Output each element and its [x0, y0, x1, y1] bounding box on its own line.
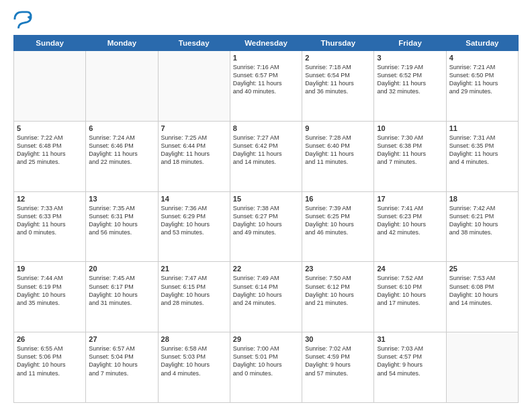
- calendar-cell: 25Sunrise: 7:53 AM Sunset: 6:08 PM Dayli…: [446, 262, 518, 332]
- day-info: Sunrise: 7:50 AM Sunset: 6:12 PM Dayligh…: [305, 274, 371, 307]
- day-info: Sunrise: 7:31 AM Sunset: 6:35 PM Dayligh…: [449, 134, 515, 167]
- day-info: Sunrise: 7:35 AM Sunset: 6:31 PM Dayligh…: [89, 204, 154, 237]
- week-row-5: 26Sunrise: 6:55 AM Sunset: 5:06 PM Dayli…: [14, 332, 519, 403]
- day-info: Sunrise: 7:30 AM Sunset: 6:38 PM Dayligh…: [377, 134, 443, 167]
- day-info: Sunrise: 7:38 AM Sunset: 6:27 PM Dayligh…: [233, 204, 299, 237]
- day-info: Sunrise: 7:52 AM Sunset: 6:10 PM Dayligh…: [377, 274, 443, 307]
- calendar-cell: 29Sunrise: 7:00 AM Sunset: 5:01 PM Dayli…: [230, 332, 302, 403]
- day-info: Sunrise: 7:33 AM Sunset: 6:33 PM Dayligh…: [17, 204, 83, 237]
- logo: [13, 11, 34, 30]
- day-info: Sunrise: 6:57 AM Sunset: 5:04 PM Dayligh…: [89, 345, 154, 377]
- day-info: Sunrise: 7:28 AM Sunset: 6:40 PM Dayligh…: [305, 134, 371, 167]
- calendar-cell: 24Sunrise: 7:52 AM Sunset: 6:10 PM Dayli…: [374, 262, 446, 332]
- day-number: 30: [305, 335, 371, 343]
- day-number: 17: [377, 195, 443, 203]
- day-info: Sunrise: 7:22 AM Sunset: 6:48 PM Dayligh…: [17, 134, 83, 167]
- calendar-cell: 13Sunrise: 7:35 AM Sunset: 6:31 PM Dayli…: [86, 191, 158, 262]
- day-info: Sunrise: 6:55 AM Sunset: 5:06 PM Dayligh…: [17, 345, 83, 377]
- day-number: 11: [449, 124, 515, 132]
- calendar-cell: [446, 332, 518, 403]
- day-info: Sunrise: 7:42 AM Sunset: 6:21 PM Dayligh…: [449, 204, 515, 237]
- week-row-4: 19Sunrise: 7:44 AM Sunset: 6:19 PM Dayli…: [14, 262, 519, 332]
- header: [13, 11, 519, 30]
- day-number: 2: [305, 54, 371, 62]
- day-number: 27: [89, 335, 154, 343]
- weekday-header-row: SundayMondayTuesdayWednesdayThursdayFrid…: [14, 36, 519, 51]
- day-info: Sunrise: 7:41 AM Sunset: 6:23 PM Dayligh…: [377, 204, 443, 237]
- weekday-header-thursday: Thursday: [302, 36, 374, 51]
- calendar-cell: 4Sunrise: 7:21 AM Sunset: 6:50 PM Daylig…: [446, 51, 518, 122]
- day-info: Sunrise: 7:27 AM Sunset: 6:42 PM Dayligh…: [233, 134, 299, 167]
- day-number: 8: [233, 124, 299, 132]
- day-info: Sunrise: 7:49 AM Sunset: 6:14 PM Dayligh…: [233, 274, 299, 307]
- calendar-cell: 22Sunrise: 7:49 AM Sunset: 6:14 PM Dayli…: [230, 262, 302, 332]
- calendar-cell: 27Sunrise: 6:57 AM Sunset: 5:04 PM Dayli…: [86, 332, 158, 403]
- day-number: 16: [305, 195, 371, 203]
- calendar-cell: 7Sunrise: 7:25 AM Sunset: 6:44 PM Daylig…: [158, 121, 230, 191]
- day-number: 19: [17, 265, 83, 273]
- calendar-cell: [86, 51, 158, 122]
- calendar-cell: 10Sunrise: 7:30 AM Sunset: 6:38 PM Dayli…: [374, 121, 446, 191]
- day-info: Sunrise: 7:03 AM Sunset: 4:57 PM Dayligh…: [377, 345, 443, 377]
- calendar-cell: 2Sunrise: 7:18 AM Sunset: 6:54 PM Daylig…: [302, 51, 374, 122]
- day-number: 3: [377, 54, 443, 62]
- day-info: Sunrise: 7:36 AM Sunset: 6:29 PM Dayligh…: [161, 204, 227, 237]
- calendar-table: SundayMondayTuesdayWednesdayThursdayFrid…: [13, 35, 519, 403]
- day-number: 10: [377, 124, 443, 132]
- calendar-cell: 5Sunrise: 7:22 AM Sunset: 6:48 PM Daylig…: [14, 121, 86, 191]
- day-info: Sunrise: 7:00 AM Sunset: 5:01 PM Dayligh…: [233, 345, 299, 377]
- calendar-cell: 28Sunrise: 6:58 AM Sunset: 5:03 PM Dayli…: [158, 332, 230, 403]
- calendar-cell: 21Sunrise: 7:47 AM Sunset: 6:15 PM Dayli…: [158, 262, 230, 332]
- day-info: Sunrise: 7:02 AM Sunset: 4:59 PM Dayligh…: [305, 345, 371, 377]
- day-number: 21: [161, 265, 227, 273]
- calendar-cell: 31Sunrise: 7:03 AM Sunset: 4:57 PM Dayli…: [374, 332, 446, 403]
- weekday-header-sunday: Sunday: [14, 36, 86, 51]
- calendar-cell: 6Sunrise: 7:24 AM Sunset: 6:46 PM Daylig…: [86, 121, 158, 191]
- calendar-cell: 20Sunrise: 7:45 AM Sunset: 6:17 PM Dayli…: [86, 262, 158, 332]
- day-info: Sunrise: 7:44 AM Sunset: 6:19 PM Dayligh…: [17, 274, 83, 307]
- page: SundayMondayTuesdayWednesdayThursdayFrid…: [0, 0, 532, 411]
- calendar-cell: 16Sunrise: 7:39 AM Sunset: 6:25 PM Dayli…: [302, 191, 374, 262]
- day-number: 4: [449, 54, 515, 62]
- calendar-cell: 17Sunrise: 7:41 AM Sunset: 6:23 PM Dayli…: [374, 191, 446, 262]
- calendar-cell: 23Sunrise: 7:50 AM Sunset: 6:12 PM Dayli…: [302, 262, 374, 332]
- day-number: 13: [89, 195, 154, 203]
- day-number: 20: [89, 265, 154, 273]
- logo-icon: [13, 11, 32, 30]
- day-number: 7: [161, 124, 227, 132]
- week-row-1: 1Sunrise: 7:16 AM Sunset: 6:57 PM Daylig…: [14, 51, 519, 122]
- weekday-header-saturday: Saturday: [446, 36, 518, 51]
- calendar-cell: 15Sunrise: 7:38 AM Sunset: 6:27 PM Dayli…: [230, 191, 302, 262]
- day-number: 25: [449, 265, 515, 273]
- day-number: 6: [89, 124, 154, 132]
- calendar-cell: 30Sunrise: 7:02 AM Sunset: 4:59 PM Dayli…: [302, 332, 374, 403]
- calendar-cell: 14Sunrise: 7:36 AM Sunset: 6:29 PM Dayli…: [158, 191, 230, 262]
- calendar-cell: 8Sunrise: 7:27 AM Sunset: 6:42 PM Daylig…: [230, 121, 302, 191]
- day-number: 29: [233, 335, 299, 343]
- weekday-header-monday: Monday: [86, 36, 158, 51]
- day-number: 18: [449, 195, 515, 203]
- calendar-cell: 26Sunrise: 6:55 AM Sunset: 5:06 PM Dayli…: [14, 332, 86, 403]
- day-number: 28: [161, 335, 227, 343]
- day-info: Sunrise: 6:58 AM Sunset: 5:03 PM Dayligh…: [161, 345, 227, 377]
- day-number: 12: [17, 195, 83, 203]
- day-number: 15: [233, 195, 299, 203]
- day-number: 5: [17, 124, 83, 132]
- calendar-cell: 12Sunrise: 7:33 AM Sunset: 6:33 PM Dayli…: [14, 191, 86, 262]
- day-info: Sunrise: 7:47 AM Sunset: 6:15 PM Dayligh…: [161, 274, 227, 307]
- calendar-cell: 11Sunrise: 7:31 AM Sunset: 6:35 PM Dayli…: [446, 121, 518, 191]
- week-row-2: 5Sunrise: 7:22 AM Sunset: 6:48 PM Daylig…: [14, 121, 519, 191]
- day-info: Sunrise: 7:21 AM Sunset: 6:50 PM Dayligh…: [449, 63, 515, 96]
- day-info: Sunrise: 7:25 AM Sunset: 6:44 PM Dayligh…: [161, 134, 227, 167]
- calendar-cell: 18Sunrise: 7:42 AM Sunset: 6:21 PM Dayli…: [446, 191, 518, 262]
- day-info: Sunrise: 7:19 AM Sunset: 6:52 PM Dayligh…: [377, 63, 443, 96]
- weekday-header-tuesday: Tuesday: [158, 36, 230, 51]
- day-number: 1: [233, 54, 299, 62]
- weekday-header-friday: Friday: [374, 36, 446, 51]
- day-number: 14: [161, 195, 227, 203]
- day-number: 26: [17, 335, 83, 343]
- day-info: Sunrise: 7:18 AM Sunset: 6:54 PM Dayligh…: [305, 63, 371, 96]
- day-number: 23: [305, 265, 371, 273]
- day-number: 22: [233, 265, 299, 273]
- week-row-3: 12Sunrise: 7:33 AM Sunset: 6:33 PM Dayli…: [14, 191, 519, 262]
